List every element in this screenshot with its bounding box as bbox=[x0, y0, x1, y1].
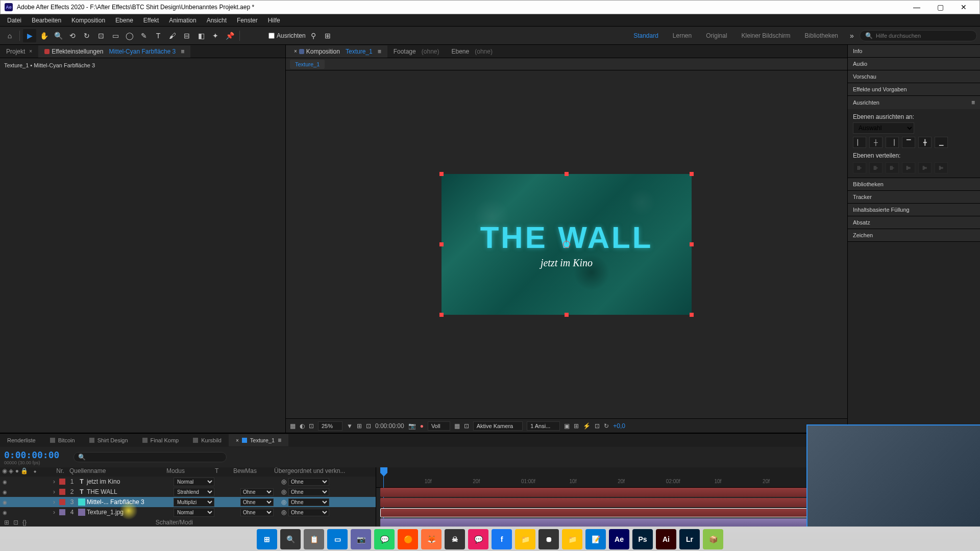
workspace-original[interactable]: Original bbox=[706, 32, 727, 39]
fast-icon[interactable]: ⚡ bbox=[583, 422, 591, 430]
taskbar-app[interactable]: 📷 bbox=[351, 529, 371, 549]
snap-grid-icon[interactable]: ⊞ bbox=[321, 29, 334, 42]
visibility-icon[interactable]: ◉ bbox=[1, 510, 8, 515]
track-matte-select[interactable]: Ohne bbox=[240, 498, 281, 506]
shape-tool[interactable]: ▭ bbox=[109, 29, 122, 42]
align-hcenter-icon[interactable]: ┼ bbox=[869, 137, 883, 148]
canvas[interactable]: THE WALL jetzt im Kino bbox=[442, 174, 692, 315]
refresh-icon[interactable]: ↻ bbox=[604, 422, 609, 430]
layer-name[interactable]: Mittel-... Farbfläche 3 bbox=[87, 498, 174, 506]
panel-align[interactable]: Ausrichten≡ bbox=[848, 96, 980, 109]
taskbar-app[interactable]: Lr bbox=[679, 529, 700, 549]
selection-handle[interactable] bbox=[565, 172, 569, 176]
timeline-tab-renderliste[interactable]: Renderliste bbox=[0, 435, 43, 446]
timeline-search[interactable] bbox=[74, 452, 227, 462]
pickwhip-icon[interactable]: ◎ bbox=[281, 478, 286, 485]
close-button[interactable]: ✕ bbox=[952, 0, 975, 14]
tab-footage[interactable]: Footage (ohne) bbox=[387, 45, 446, 58]
current-timecode[interactable]: 0:00:00:00 bbox=[4, 449, 59, 460]
panel-bibliotheken[interactable]: Bibliotheken bbox=[848, 178, 980, 190]
workspace-kleiner bildschirm[interactable]: Kleiner Bildschirm bbox=[742, 32, 791, 39]
3d-icon[interactable]: ⊡ bbox=[464, 422, 469, 430]
timeline-tab-texture_1[interactable]: × Texture_1 ≡ bbox=[229, 434, 288, 446]
parent-select[interactable]: ◎Ohne bbox=[281, 509, 376, 516]
parent-select[interactable]: ◎Ohne bbox=[281, 478, 376, 486]
taskbar-app[interactable]: 📋 bbox=[304, 529, 324, 549]
draft-icon[interactable]: ⊡ bbox=[595, 422, 600, 430]
tab-effect-controls[interactable]: Effekteinstellungen Mittel-Cyan Farbfläc… bbox=[38, 45, 190, 58]
toggle-icon[interactable]: ⊡ bbox=[13, 519, 18, 526]
switch-modes-label[interactable]: Schalter/Modi bbox=[156, 519, 193, 526]
maximize-button[interactable]: ▢ bbox=[928, 0, 952, 14]
close-icon[interactable]: × bbox=[294, 48, 297, 54]
camera-select[interactable]: Aktive Kamera bbox=[473, 421, 523, 431]
tab-layer[interactable]: Ebene (ohne) bbox=[445, 45, 498, 58]
taskbar-app[interactable]: 📁 bbox=[515, 529, 535, 549]
taskbar-app[interactable]: 🦊 bbox=[421, 529, 442, 549]
help-search[interactable]: 🔍 bbox=[860, 30, 977, 41]
panel-inhaltsbasierte-füllung[interactable]: Inhaltsbasierte Füllung bbox=[848, 204, 980, 216]
transparency-icon[interactable]: ▦ bbox=[454, 422, 460, 430]
snapshot-icon[interactable]: 📷 bbox=[408, 422, 416, 430]
timeline-tab-bitcoin[interactable]: Bitcoin bbox=[43, 435, 82, 446]
align-top-icon[interactable]: ▔ bbox=[902, 137, 915, 148]
layer-name[interactable]: Texture_1.jpg bbox=[87, 509, 174, 516]
stamp-tool[interactable]: ⊟ bbox=[180, 29, 193, 42]
expand-icon[interactable]: › bbox=[51, 478, 57, 485]
hand-tool[interactable]: ✋ bbox=[37, 29, 51, 42]
close-icon[interactable]: × bbox=[29, 48, 32, 54]
panel-menu-icon[interactable]: ≡ bbox=[971, 99, 975, 106]
rotate-tool[interactable]: ↻ bbox=[80, 29, 93, 42]
workspace-bibliotheken[interactable]: Bibliotheken bbox=[805, 32, 838, 39]
menu-bearbeiten[interactable]: Bearbeiten bbox=[27, 15, 66, 26]
resolution-select[interactable]: Voll bbox=[428, 421, 450, 431]
taskbar-app[interactable]: Ae bbox=[609, 529, 629, 549]
views-select[interactable]: 1 Ansi... bbox=[527, 421, 560, 431]
playhead[interactable] bbox=[380, 467, 387, 477]
menu-effekt[interactable]: Effekt bbox=[138, 15, 164, 26]
taskbar-app[interactable]: ⊞ bbox=[257, 529, 277, 549]
panel-tracker[interactable]: Tracker bbox=[848, 191, 980, 203]
toggle-icon[interactable]: {} bbox=[22, 519, 27, 526]
taskbar-app[interactable]: Ai bbox=[656, 529, 676, 549]
layer-row[interactable]: ◉ › 4 Texture_1.jpg Normal Ohne ◎Ohne bbox=[0, 507, 376, 517]
pickwhip-icon[interactable]: ◎ bbox=[281, 509, 286, 516]
taskbar-app[interactable]: ▭ bbox=[327, 529, 348, 549]
expand-icon[interactable]: › bbox=[51, 509, 57, 516]
snap-options-icon[interactable]: ⚲ bbox=[307, 29, 320, 42]
expand-icon[interactable]: › bbox=[51, 488, 57, 495]
panel-menu-icon[interactable]: ≡ bbox=[278, 437, 281, 444]
visibility-icon[interactable]: ◉ bbox=[1, 489, 8, 495]
visibility-icon[interactable]: ◉ bbox=[1, 479, 8, 485]
pickwhip-icon[interactable]: ◎ bbox=[281, 498, 286, 506]
pickwhip-icon[interactable]: ◎ bbox=[281, 488, 286, 495]
taskbar-app[interactable]: 💬 bbox=[468, 529, 488, 549]
track-matte-select[interactable]: Ohne bbox=[240, 509, 281, 516]
comp-viewer[interactable]: THE WALL jetzt im Kino bbox=[286, 70, 847, 418]
panel-menu-icon[interactable]: ≡ bbox=[181, 48, 184, 55]
parent-select[interactable]: ◎Ohne bbox=[281, 488, 376, 496]
selection-handle[interactable] bbox=[439, 313, 444, 317]
menu-animation[interactable]: Animation bbox=[164, 15, 201, 26]
view-icon[interactable]: ▣ bbox=[564, 422, 570, 430]
brush-tool[interactable]: 🖌 bbox=[166, 29, 179, 42]
panel-vorschau[interactable]: Vorschau bbox=[848, 70, 980, 83]
mask-icon[interactable]: ◐ bbox=[300, 422, 305, 430]
roto-tool[interactable]: ✦ bbox=[209, 29, 222, 42]
comp-nav-texture[interactable]: Texture_1 bbox=[290, 60, 325, 69]
visibility-icon[interactable]: ◉ bbox=[1, 499, 8, 505]
alpha-icon[interactable]: ▦ bbox=[290, 422, 296, 430]
panel-audio[interactable]: Audio bbox=[848, 58, 980, 70]
anchor-point-icon[interactable] bbox=[563, 241, 570, 248]
time-display[interactable]: 0:00:00:00 bbox=[375, 422, 404, 430]
align-bottom-icon[interactable]: ▁ bbox=[935, 137, 948, 148]
channel-icon[interactable]: ● bbox=[420, 422, 424, 430]
taskbar-app[interactable]: 🟠 bbox=[398, 529, 418, 549]
panel-info[interactable]: Info bbox=[848, 45, 980, 57]
layer-row[interactable]: ◉ › 2 T THE WALL Strahlend Ohne ◎Ohne bbox=[0, 487, 376, 497]
blend-mode-select[interactable]: Strahlend bbox=[174, 488, 222, 496]
taskbar-app[interactable]: f bbox=[492, 529, 512, 549]
track-matte-select[interactable]: Ohne bbox=[240, 488, 281, 496]
menu-ansicht[interactable]: Ansicht bbox=[202, 15, 232, 26]
layer-row[interactable]: ◉ › 1 T jetzt im Kino Normal ◎Ohne bbox=[0, 477, 376, 487]
